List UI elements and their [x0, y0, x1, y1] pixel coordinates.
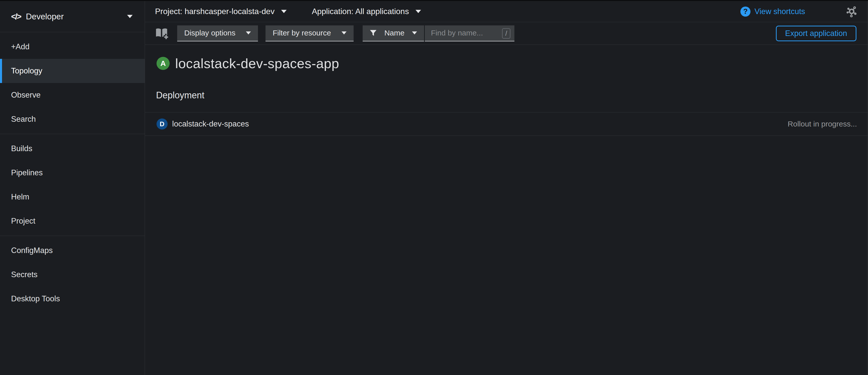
name-filter-group: Name / [363, 25, 515, 41]
application-dropdown-value: All applications [355, 7, 409, 16]
chevron-down-icon [246, 31, 251, 34]
application-badge: A [157, 57, 169, 70]
sidebar-divider [0, 134, 145, 134]
filter-type-label: Name [384, 29, 404, 37]
filter-by-resource-label: Filter by resource [273, 29, 331, 37]
deployment-badge: D [157, 118, 167, 130]
filter-by-resource-dropdown[interactable]: Filter by resource [266, 25, 353, 41]
perspective-label: Developer [26, 12, 127, 22]
application-title: localstack-dev-spaces-app [175, 56, 339, 71]
find-by-name-input[interactable] [425, 25, 515, 41]
sidebar-item-add[interactable]: +Add [0, 35, 145, 59]
display-options-dropdown[interactable]: Display options [177, 25, 258, 41]
quick-search-button[interactable] [155, 27, 168, 39]
chevron-down-icon [412, 31, 417, 34]
sidebar-item-desktop-tools[interactable]: Desktop Tools [0, 287, 145, 311]
perspective-switcher[interactable]: </> Developer [0, 1, 145, 32]
main-area: Project: harshcasper-localsta-dev Applic… [145, 1, 868, 375]
topology-graph-icon [845, 5, 858, 18]
code-icon: </> [11, 12, 21, 22]
sidebar-item-search[interactable]: Search [0, 107, 145, 131]
sidebar-item-observe[interactable]: Observe [0, 83, 145, 107]
book-plus-icon [155, 27, 168, 39]
chevron-down-icon [281, 10, 287, 13]
topology-list-view: A localstack-dev-spaces-app Deployment D… [145, 45, 868, 375]
sidebar-divider [0, 236, 145, 236]
sidebar-item-configmaps[interactable]: ConfigMaps [0, 238, 145, 263]
deployment-section-heading: Deployment [156, 90, 868, 101]
sidebar-item-secrets[interactable]: Secrets [0, 263, 145, 287]
sidebar: </> Developer +Add Topology Observe Sear… [0, 1, 145, 375]
view-shortcuts-link[interactable]: ? View shortcuts [740, 6, 805, 16]
sidebar-item-pipelines[interactable]: Pipelines [0, 161, 145, 185]
sidebar-item-topology[interactable]: Topology [0, 59, 145, 83]
topology-graph-icon-button[interactable] [845, 5, 858, 18]
sidebar-item-builds[interactable]: Builds [0, 137, 145, 161]
chevron-down-icon [342, 31, 346, 34]
filter-type-dropdown[interactable]: Name [363, 25, 424, 41]
table-row[interactable]: D localstack-dev-spaces Rollout in progr… [145, 112, 868, 136]
chevron-down-icon [127, 15, 133, 18]
display-options-label: Display options [184, 29, 235, 37]
status-text: Rollout in progress... [788, 120, 857, 128]
project-dropdown-label: Project: [155, 7, 182, 16]
context-bar: Project: harshcasper-localsta-dev Applic… [145, 1, 868, 22]
project-dropdown[interactable]: Project: harshcasper-localsta-dev [155, 7, 287, 16]
topology-toolbar: Display options Filter by resource [145, 22, 868, 45]
application-dropdown[interactable]: Application: All applications [312, 7, 421, 16]
resource-list: D localstack-dev-spaces Rollout in progr… [145, 112, 868, 136]
application-dropdown-label: Application: [312, 7, 353, 16]
resource-name: localstack-dev-spaces [172, 120, 249, 129]
slash-shortcut-badge: / [502, 28, 510, 38]
application-group-header: A localstack-dev-spaces-app [157, 56, 868, 70]
sidebar-item-helm[interactable]: Helm [0, 185, 145, 209]
help-question-icon: ? [740, 6, 750, 16]
chevron-down-icon [415, 10, 421, 13]
funnel-icon [370, 29, 377, 36]
export-application-button[interactable]: Export application [776, 26, 857, 41]
app-window: </> Developer +Add Topology Observe Sear… [0, 0, 868, 375]
project-dropdown-value: harshcasper-localsta-dev [184, 7, 275, 16]
view-shortcuts-label: View shortcuts [754, 7, 805, 16]
sidebar-nav: +Add Topology Observe Search Builds Pipe… [0, 32, 145, 311]
sidebar-item-project[interactable]: Project [0, 209, 145, 233]
